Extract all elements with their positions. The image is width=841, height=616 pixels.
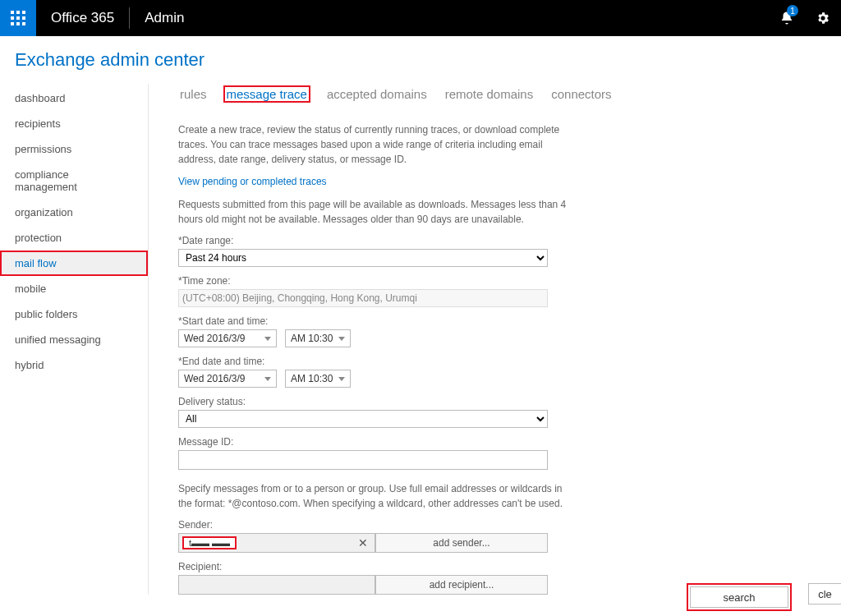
sidebar-item-compliance[interactable]: compliance management [0, 162, 148, 200]
sidebar-item-mail-flow[interactable]: mail flow [0, 251, 148, 276]
gear-icon [816, 11, 830, 25]
brand-label: Office 365 [36, 10, 129, 26]
svg-rect-0 [11, 11, 14, 14]
page-title: Exchange admin center [0, 36, 841, 79]
sender-box[interactable]: t▬▬ ▬▬ ✕ [178, 533, 375, 553]
description-text-2: Requests submitted from this page will b… [178, 197, 572, 227]
topbar: Office 365 Admin 1 [0, 0, 841, 36]
svg-rect-5 [22, 16, 25, 20]
label-start-dt: *Start date and time: [178, 315, 572, 327]
footer-buttons: search cle [687, 583, 841, 611]
tab-connectors[interactable]: connectors [549, 85, 613, 103]
add-sender-button[interactable]: add sender... [375, 533, 548, 553]
sidebar-item-unified-messaging[interactable]: unified messaging [0, 327, 148, 352]
sidebar-item-organization[interactable]: organization [0, 200, 148, 225]
label-recipient: Recipient: [178, 561, 572, 572]
sidebar-item-permissions[interactable]: permissions [0, 136, 148, 162]
main-content: rules message trace accepted domains rem… [149, 79, 841, 595]
tab-accepted-domains[interactable]: accepted domains [325, 85, 429, 103]
app-launcher-button[interactable] [0, 0, 36, 36]
svg-rect-8 [22, 22, 25, 25]
recipient-box[interactable] [178, 575, 375, 595]
app-label: Admin [130, 10, 199, 26]
clear-button[interactable]: cle [808, 583, 841, 605]
label-end-dt: *End date and time: [178, 356, 572, 367]
sidebar-item-public-folders[interactable]: public folders [0, 301, 148, 327]
delivery-status-select[interactable]: All [178, 410, 548, 428]
sender-pill[interactable]: t▬▬ ▬▬ [182, 536, 237, 549]
sidebar-item-mobile[interactable]: mobile [0, 276, 148, 301]
tab-rules[interactable]: rules [178, 85, 209, 103]
label-delivery-status: Delivery status: [178, 396, 572, 407]
settings-button[interactable] [805, 0, 841, 36]
add-recipient-button[interactable]: add recipient... [375, 575, 548, 595]
notification-badge: 1 [787, 5, 798, 16]
search-button[interactable]: search [690, 586, 788, 608]
svg-rect-7 [16, 22, 20, 25]
date-range-select[interactable]: Past 24 hours [178, 249, 548, 267]
end-time-combo[interactable]: AM 10:30 [285, 370, 351, 388]
search-button-highlight: search [687, 583, 792, 611]
svg-rect-2 [22, 11, 25, 14]
waffle-icon [11, 11, 25, 25]
description-text-1: Create a new trace, review the status of… [178, 122, 572, 167]
sidebar-item-protection[interactable]: protection [0, 225, 148, 251]
specify-help-text: Specify messages from or to a person or … [178, 481, 572, 511]
sidebar: dashboard recipients permissions complia… [0, 79, 148, 595]
tab-remote-domains[interactable]: remote domains [443, 85, 535, 103]
label-time-zone: *Time zone: [178, 275, 572, 287]
message-id-input[interactable] [178, 450, 548, 470]
sidebar-item-hybrid[interactable]: hybrid [0, 352, 148, 378]
label-sender: Sender: [178, 519, 572, 531]
start-date-combo[interactable]: Wed 2016/3/9 [178, 329, 277, 347]
start-time-combo[interactable]: AM 10:30 [285, 329, 351, 347]
remove-sender-button[interactable]: ✕ [355, 536, 371, 549]
label-message-id: Message ID: [178, 436, 572, 448]
tab-message-trace[interactable]: message trace [223, 85, 310, 103]
sidebar-item-dashboard[interactable]: dashboard [0, 85, 148, 111]
time-zone-select[interactable]: (UTC+08:00) Beijing, Chongqing, Hong Kon… [178, 289, 548, 307]
sidebar-item-recipients[interactable]: recipients [0, 111, 148, 136]
svg-rect-4 [16, 16, 20, 20]
notifications-button[interactable]: 1 [769, 0, 805, 36]
end-date-combo[interactable]: Wed 2016/3/9 [178, 370, 277, 388]
svg-rect-1 [16, 11, 20, 14]
label-date-range: *Date range: [178, 235, 572, 246]
svg-rect-6 [11, 22, 14, 25]
view-pending-link[interactable]: View pending or completed traces [178, 176, 327, 187]
svg-rect-3 [11, 16, 14, 20]
tabs: rules message trace accepted domains rem… [178, 85, 841, 103]
